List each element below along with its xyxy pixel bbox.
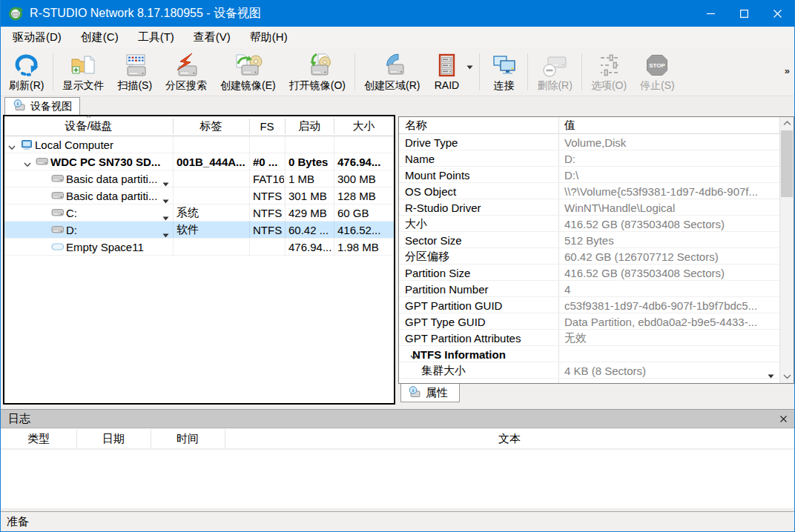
property-value: 4 KB (8 Sectors)	[564, 362, 773, 379]
tab-device-view-label: 设备视图	[30, 100, 72, 113]
value-dropdown-icon[interactable]	[768, 368, 774, 381]
cell-fs: NTFS	[253, 222, 284, 239]
device-column-header-3[interactable]: FS	[249, 116, 285, 136]
properties-column-header-2[interactable]: 值	[564, 117, 575, 134]
property-row[interactable]: OS Object\\?\Volume{c53f9381-1d97-4db6-9…	[399, 183, 779, 199]
info-disk-icon: i	[13, 99, 26, 113]
scrollbar-up-icon[interactable]	[780, 117, 794, 130]
device-column-header-2[interactable]: 标签	[173, 116, 249, 136]
property-row[interactable]: R-Studio DriverWinNT\Handle\Logical	[399, 199, 779, 216]
column-gridline	[249, 136, 250, 256]
properties-scrollbar[interactable]	[779, 117, 794, 383]
device-row[interactable]: Empty Space11476.94...1.98 MB	[4, 239, 394, 256]
raid-dropdown-icon[interactable]	[466, 48, 477, 96]
property-row[interactable]: GPT Partition Attributes无效	[399, 330, 779, 346]
raid-button[interactable]: RAID	[426, 48, 466, 96]
cell-label: 系统	[177, 205, 248, 222]
property-name: R-Studio Driver	[405, 199, 481, 216]
property-row[interactable]: Partition Number4	[399, 281, 779, 297]
row-dropdown-icon[interactable]	[162, 176, 169, 187]
property-name-text: Mount Points	[405, 169, 470, 182]
menu-item-2[interactable]: 创建(C)	[71, 28, 128, 47]
device-row[interactable]: Basic data partiti...NTFS301 MB128 MB	[4, 187, 394, 205]
property-name: 大小	[405, 216, 427, 232]
device-column-header-4[interactable]: 启动	[285, 116, 334, 136]
log-table-body	[1, 450, 794, 508]
tab-device-view[interactable]: i 设备视图	[4, 97, 80, 115]
property-row[interactable]: 集群大小4 KB (8 Sectors)	[399, 362, 779, 379]
open-image-button[interactable]: 打开镜像(O)	[283, 48, 352, 96]
property-row[interactable]: NameD:	[399, 150, 779, 167]
section-chevron-icon[interactable]	[409, 350, 418, 363]
log-column-header-3[interactable]: 时间	[151, 429, 225, 449]
device-row[interactable]: Basic data partiti...FAT161 MB300 MB	[4, 170, 394, 187]
device-row[interactable]: WDC PC SN730 SD...001B_444A...#0 ...0 By…	[4, 153, 394, 170]
property-row[interactable]: Mount PointsD:\	[399, 167, 779, 183]
cell-label: 软件	[177, 222, 248, 239]
device-row[interactable]: Local Computer	[4, 136, 394, 153]
menu-item-5[interactable]: 帮助(H)	[240, 28, 297, 47]
log-close-icon[interactable]	[780, 416, 787, 422]
connect-icon	[489, 51, 518, 79]
property-name: Partition Size	[405, 265, 470, 281]
property-row[interactable]: 大小416.52 GB (873503408 Sectors)	[399, 216, 779, 232]
scan-button[interactable]: 扫描(S)	[110, 48, 159, 96]
create-region-icon	[377, 51, 407, 79]
device-row[interactable]: C:系统NTFS429 MB60 GB	[4, 205, 394, 222]
scrollbar-thumb[interactable]	[781, 130, 793, 197]
close-button[interactable]	[761, 0, 794, 27]
show-files-button[interactable]: 显示文件	[56, 48, 110, 96]
toolbar-button-label: 创建镜像(E)	[220, 79, 276, 93]
property-row[interactable]: Drive TypeVolume,Disk	[399, 134, 779, 150]
options-icon	[596, 51, 622, 79]
menu-item-1[interactable]: 驱动器(D)	[3, 28, 71, 47]
cell-boot: 476.94...	[288, 239, 333, 256]
open-image-icon	[302, 51, 333, 79]
log-column-header-4[interactable]: 文本	[225, 429, 794, 449]
property-row[interactable]: GPT Type GUIDData Partition, ebd0a0a2-b9…	[399, 313, 779, 330]
device-column-header-1[interactable]: 设备/磁盘^	[4, 116, 173, 136]
device-table-header: 设备/磁盘^标签FS启动大小	[4, 116, 394, 136]
menu-item-4[interactable]: 查看(V)	[184, 28, 240, 47]
scrollbar-down-icon[interactable]	[780, 370, 794, 383]
property-row[interactable]: NTFS Information	[399, 346, 779, 362]
expand-chevron-icon[interactable]	[23, 158, 32, 170]
partition-search-button[interactable]: 分区搜索	[159, 48, 214, 96]
property-row[interactable]: 分区偏移60.42 GB (126707712 Sectors)	[399, 248, 779, 265]
connect-button[interactable]: 连接	[482, 48, 525, 96]
tab-properties[interactable]: i 属性	[400, 384, 460, 402]
minimize-button[interactable]	[694, 0, 728, 27]
property-row[interactable]: GPT Partition GUIDc53f9381-1d97-4db6-907…	[399, 297, 779, 313]
property-value: D:	[564, 150, 773, 167]
menu-item-3[interactable]: 工具(T)	[128, 28, 184, 47]
property-name: GPT Type GUID	[405, 313, 486, 330]
create-image-button[interactable]: 创建镜像(E)	[214, 48, 283, 96]
device-row[interactable]: D:软件NTFS60.42 ...416.52...	[4, 222, 394, 239]
row-dropdown-icon[interactable]	[162, 193, 169, 205]
refresh-button[interactable]: 刷新(R)	[2, 48, 50, 96]
raid-icon	[433, 51, 460, 79]
maximize-button[interactable]	[728, 0, 761, 27]
row-dropdown-icon[interactable]	[162, 210, 169, 222]
toolbar-overflow-chevron[interactable]: »	[785, 65, 790, 76]
create-region-button[interactable]: 创建区域(R)	[357, 48, 426, 96]
toolbar-separator	[354, 53, 355, 90]
device-cell: Basic data partiti...	[4, 187, 173, 205]
expand-chevron-icon[interactable]	[7, 141, 16, 153]
properties-column-header-1[interactable]: 名称	[405, 117, 427, 134]
property-row[interactable]: Partition Size416.52 GB (873503408 Secto…	[399, 265, 779, 281]
property-name: 分区偏移	[405, 248, 449, 265]
device-name: D:	[66, 222, 77, 239]
row-dropdown-icon[interactable]	[162, 227, 169, 239]
property-value: c53f9381-1d97-4db6-907f-1b9f7bdc5...	[564, 297, 773, 313]
property-value: D:\	[564, 167, 773, 183]
property-name-text: GPT Partition Attributes	[405, 332, 521, 345]
device-cell: Empty Space11	[4, 239, 173, 256]
log-column-header-1[interactable]: 类型	[1, 429, 76, 449]
log-column-header-2[interactable]: 日期	[76, 429, 151, 449]
property-row[interactable]: Sector Size512 Bytes	[399, 232, 779, 248]
device-column-header-5[interactable]: 大小	[334, 116, 394, 136]
cell-fs: FAT16	[253, 170, 284, 187]
property-name: 集群大小	[421, 362, 466, 379]
property-name-text: NTFS Information	[412, 348, 506, 361]
